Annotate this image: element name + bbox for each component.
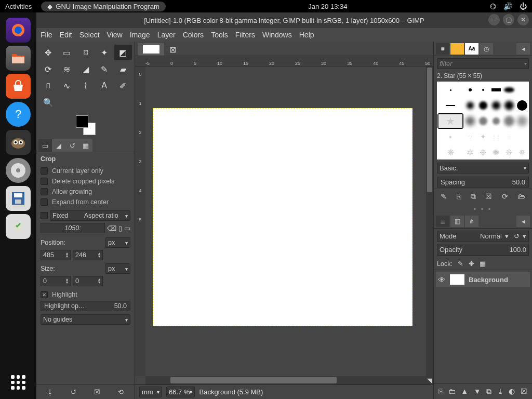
save-options-icon[interactable]: ⭳ xyxy=(44,388,57,396)
merge-down-icon[interactable]: ⤓ xyxy=(497,387,503,396)
menu-help[interactable]: Help xyxy=(299,31,314,39)
window-maximize-button[interactable]: ▢ xyxy=(503,14,514,25)
tool-color-picker[interactable]: ✐ xyxy=(114,78,132,94)
dock-media[interactable] xyxy=(6,158,31,183)
lock-pixels-icon[interactable]: ✎ xyxy=(458,260,463,268)
horizontal-ruler[interactable]: -50510152025303540455055606570 xyxy=(135,56,433,66)
window-close-button[interactable]: ✕ xyxy=(517,14,529,25)
image-tab-1[interactable] xyxy=(138,43,164,56)
portrait-icon[interactable]: ▯ xyxy=(118,224,122,232)
new-group-icon[interactable]: 🗀 xyxy=(448,387,456,396)
layer-item[interactable]: 👁 Background xyxy=(436,272,530,287)
brush-preset-select[interactable]: Basic,▾ xyxy=(437,163,529,174)
tab-doc-history[interactable]: ◷ xyxy=(480,43,493,55)
dock-save[interactable] xyxy=(6,186,31,211)
dock-gimp[interactable] xyxy=(6,130,31,155)
size-unit-select[interactable]: px▾ xyxy=(105,263,130,274)
tool-text[interactable]: A xyxy=(96,78,113,94)
refresh-brush-icon[interactable]: ⟳ xyxy=(502,192,508,201)
size-w-input[interactable]: 0▴▾ xyxy=(41,276,71,286)
dock-trash[interactable] xyxy=(6,214,31,239)
tab-channels[interactable]: ▥ xyxy=(450,216,464,227)
delete-brush-icon[interactable]: ☒ xyxy=(485,192,492,201)
position-unit-select[interactable]: px▾ xyxy=(105,237,130,248)
lock-position-icon[interactable]: ✥ xyxy=(469,260,474,268)
tool-free-select[interactable]: ⌑ xyxy=(77,45,95,60)
fg-bg-color[interactable] xyxy=(73,114,99,137)
appmenu-button[interactable]: ◆ GNU Image Manipulation Program xyxy=(41,2,165,11)
vertical-ruler[interactable]: 012345 xyxy=(135,66,145,376)
position-x-input[interactable]: 485▴▾ xyxy=(41,250,71,260)
brush-grid[interactable]: ★ ٭ ·:· ✦ ⋮⋮ :: ❋ ✲ ❉ ✺ ❊ xyxy=(437,82,529,159)
landscape-icon[interactable]: ▭ xyxy=(124,224,130,232)
menu-windows[interactable]: Windows xyxy=(262,31,292,39)
fixed-value-input[interactable]: 1050: xyxy=(41,223,105,233)
lock-alpha-icon[interactable]: ▦ xyxy=(480,260,486,268)
tool-bucket[interactable]: ◢ xyxy=(77,61,95,77)
new-layer-icon[interactable]: ⎘ xyxy=(438,387,443,396)
chk-current-layer[interactable] xyxy=(41,167,48,175)
image-tab-close[interactable]: ⊠ xyxy=(166,43,179,56)
tab-device-status[interactable]: ◢ xyxy=(52,139,65,152)
volume-icon[interactable]: 🔊 xyxy=(503,2,512,10)
layer-mode-select[interactable]: Mode Normal ▾ ↺ ▾ xyxy=(437,231,529,242)
tool-path[interactable]: ⌇ xyxy=(77,78,95,94)
chk-allow-growing[interactable] xyxy=(41,188,48,195)
tab-configure-icon[interactable]: ◂ xyxy=(516,43,530,55)
network-icon[interactable]: ⌬ xyxy=(490,2,496,10)
menu-edit[interactable]: Edit xyxy=(60,31,72,39)
tab-layers-configure-icon[interactable]: ◂ xyxy=(516,216,530,227)
position-y-input[interactable]: 246▴▾ xyxy=(73,250,103,260)
restore-options-icon[interactable]: ↺ xyxy=(68,388,80,396)
layer-visibility-icon[interactable]: 👁 xyxy=(438,275,446,284)
canvas[interactable] xyxy=(153,108,413,326)
menu-filters[interactable]: Filters xyxy=(235,31,255,39)
new-brush-icon[interactable]: ⎘ xyxy=(457,192,461,201)
open-as-image-icon[interactable]: 🗁 xyxy=(518,192,525,201)
tab-undo-history[interactable]: ↺ xyxy=(65,139,79,152)
tab-layers[interactable]: ≣ xyxy=(436,216,449,227)
clock[interactable]: Jan 20 13:34 xyxy=(308,3,347,10)
size-h-input[interactable]: 0▴▾ xyxy=(73,276,103,286)
chk-highlight[interactable]: ✕ xyxy=(41,291,48,298)
raise-layer-icon[interactable]: ▲ xyxy=(461,387,468,396)
tool-warp[interactable]: ≋ xyxy=(58,61,76,77)
tool-fuzzy-select[interactable]: ✦ xyxy=(96,45,113,60)
chk-expand-center[interactable] xyxy=(41,198,48,206)
menu-image[interactable]: Image xyxy=(130,31,150,39)
layer-name[interactable]: Background xyxy=(469,276,508,284)
delete-layer-icon[interactable]: ☒ xyxy=(521,387,527,396)
tool-zoom[interactable]: 🔍 xyxy=(39,95,57,110)
duplicate-layer-icon[interactable]: ⧉ xyxy=(486,387,491,396)
tool-rect-select[interactable]: ▭ xyxy=(58,45,76,60)
tab-brushes[interactable]: ■ xyxy=(436,43,449,55)
mask-icon[interactable]: ◐ xyxy=(509,387,515,396)
clear-icon[interactable]: ⌫ xyxy=(107,224,116,232)
tool-rotate[interactable]: ⟳ xyxy=(39,61,57,77)
duplicate-brush-icon[interactable]: ⧉ xyxy=(471,192,476,201)
menu-file[interactable]: File xyxy=(41,31,52,39)
mode-switch-icon[interactable]: ↺ xyxy=(514,232,520,240)
tool-crop[interactable]: ◩ xyxy=(114,45,132,60)
chk-delete-cropped[interactable] xyxy=(41,178,48,185)
dock-show-apps[interactable] xyxy=(9,373,28,392)
menu-view[interactable]: View xyxy=(107,31,123,39)
tab-fonts[interactable]: Aa xyxy=(465,43,478,55)
reset-options-icon[interactable]: ⟲ xyxy=(114,388,127,396)
canvas-viewport[interactable] xyxy=(145,66,426,376)
vertical-scrollbar[interactable] xyxy=(426,66,433,376)
tab-paths[interactable]: ⋔ xyxy=(465,216,478,227)
menu-colors[interactable]: Colors xyxy=(183,31,204,39)
tab-images[interactable]: ▦ xyxy=(79,139,92,152)
navigation-icon[interactable]: ◥ xyxy=(426,376,433,384)
tool-clone[interactable]: ⎍ xyxy=(39,78,57,94)
brush-spacing-slider[interactable]: Spacing 50.0 xyxy=(437,177,529,188)
horizontal-scrollbar[interactable] xyxy=(145,376,426,384)
menu-layer[interactable]: Layer xyxy=(157,31,176,39)
tool-eraser[interactable]: ▰ xyxy=(114,61,132,77)
brush-filter-input[interactable]: filter▾ xyxy=(437,58,529,69)
tab-tool-options[interactable]: ▭ xyxy=(38,139,52,152)
power-icon[interactable]: ⏻ xyxy=(520,2,527,10)
unit-select[interactable]: mm▾ xyxy=(139,387,162,397)
edit-brush-icon[interactable]: ✎ xyxy=(441,192,447,201)
